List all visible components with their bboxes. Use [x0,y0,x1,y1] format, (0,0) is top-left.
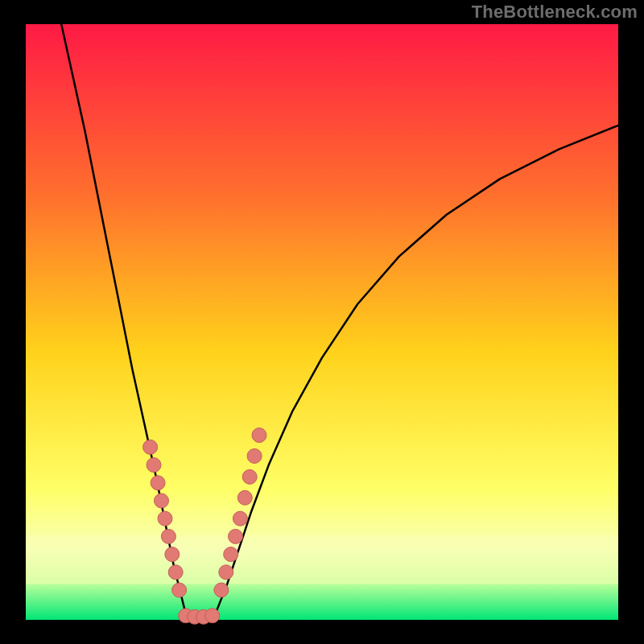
plot-background [26,24,618,620]
data-dot [161,529,175,543]
data-dot [242,469,257,484]
data-dot [155,493,169,508]
data-dot [219,565,233,580]
data-dot [237,490,252,505]
outer-frame: TheBottleneck.com [0,0,644,644]
data-dot [229,529,243,543]
highlight-band [26,536,618,584]
bottleneck-chart [0,0,644,644]
data-dot [143,440,158,454]
data-dot [205,609,220,623]
data-dot [168,565,183,580]
data-dot [252,428,266,443]
data-dot [165,547,180,562]
data-dot [247,449,262,464]
data-dot [172,583,187,597]
data-dot [147,458,161,473]
data-dot [158,511,172,526]
data-dot [224,547,238,562]
data-dot [151,476,165,490]
data-dot [214,583,229,597]
data-dot [233,511,247,526]
